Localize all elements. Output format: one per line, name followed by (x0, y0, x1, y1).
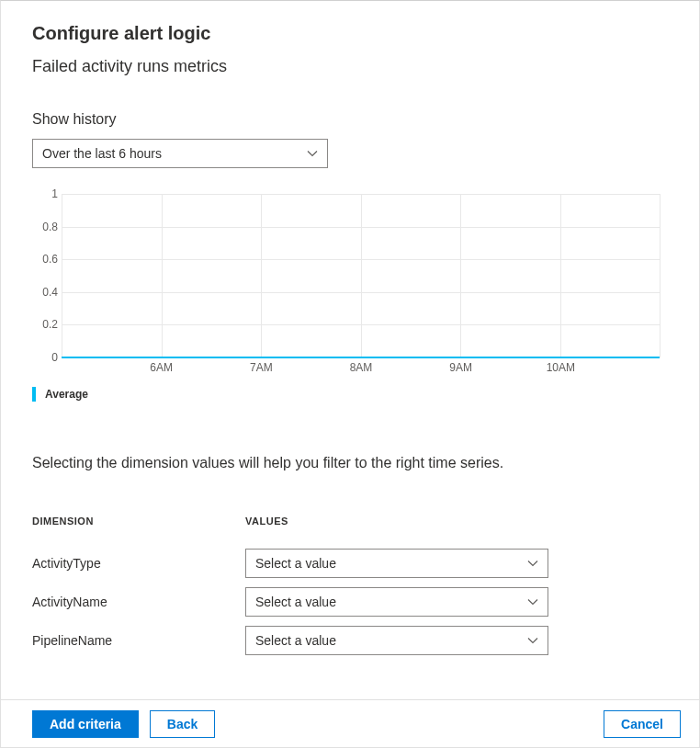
dimension-selected-value: Select a value (255, 633, 336, 648)
history-dropdown[interactable]: Over the last 6 hours (32, 139, 328, 168)
x-axis-tick: 8AM (350, 361, 373, 374)
dimension-row: ActivityTypeSelect a value (32, 549, 668, 578)
x-axis-tick: 6AM (150, 361, 173, 374)
chevron-down-icon (307, 148, 318, 159)
y-axis-tick: 0 (32, 351, 58, 364)
back-button[interactable]: Back (150, 710, 215, 738)
y-axis-tick: 1 (32, 187, 58, 200)
history-label: Show history (32, 111, 668, 128)
dimension-value-dropdown[interactable]: Select a value (245, 549, 548, 578)
chart-gridline (560, 194, 561, 357)
dimension-row: PipelineNameSelect a value (32, 626, 668, 655)
dimension-selected-value: Select a value (255, 595, 336, 609)
chart-gridline (460, 194, 461, 357)
dimension-name: ActivityName (32, 595, 245, 609)
chart-legend: Average (32, 387, 668, 402)
chevron-down-icon (527, 596, 538, 607)
chevron-down-icon (527, 635, 538, 646)
dimension-name: PipelineName (32, 633, 245, 648)
chart-gridline (261, 194, 262, 357)
chart-gridline (162, 194, 163, 357)
add-criteria-button[interactable]: Add criteria (32, 710, 139, 738)
page-title: Configure alert logic (32, 23, 668, 44)
x-axis-tick: 9AM (449, 361, 472, 374)
x-axis-tick: 10AM (547, 361, 575, 374)
y-axis-tick: 0.8 (32, 221, 58, 233)
y-axis-tick: 0.2 (32, 318, 58, 331)
x-axis-tick: 7AM (250, 361, 273, 374)
y-axis-tick: 0.6 (32, 253, 58, 266)
history-selected-value: Over the last 6 hours (42, 146, 162, 161)
dimension-selected-value: Select a value (255, 556, 336, 571)
column-header-values: VALUES (245, 516, 288, 527)
cancel-button[interactable]: Cancel (604, 710, 681, 738)
dimension-row: ActivityNameSelect a value (32, 587, 668, 617)
chevron-down-icon (527, 558, 538, 569)
dimensions-help-text: Selecting the dimension values will help… (32, 455, 668, 471)
footer-bar: Add criteria Back Cancel (1, 699, 699, 747)
y-axis-tick: 0.4 (32, 286, 58, 299)
dimension-name: ActivityType (32, 556, 245, 571)
chart-gridline (361, 194, 362, 357)
history-chart: 00.20.40.60.81 6AM7AM8AM9AM10AM (32, 194, 668, 378)
chart-series-line (62, 357, 660, 358)
legend-swatch (32, 387, 36, 402)
legend-label: Average (45, 388, 88, 401)
dimension-value-dropdown[interactable]: Select a value (245, 587, 548, 617)
dimension-value-dropdown[interactable]: Select a value (245, 626, 548, 655)
metric-name: Failed activity runs metrics (32, 57, 668, 76)
column-header-dimension: DIMENSION (32, 516, 245, 527)
